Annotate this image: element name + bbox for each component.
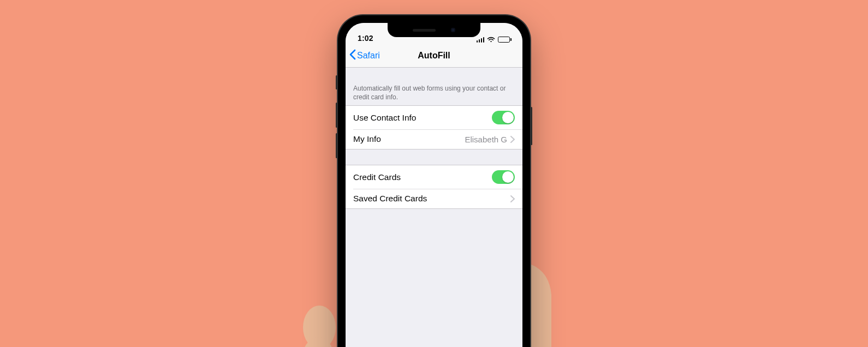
volume-up-button (336, 103, 337, 128)
use-contact-info-label: Use Contact Info (353, 113, 492, 123)
volume-down-button (336, 133, 337, 158)
chevron-left-icon (349, 49, 356, 62)
notch (388, 23, 480, 37)
chevron-right-icon (510, 195, 515, 202)
silent-switch (336, 75, 337, 89)
my-info-row[interactable]: My Info Elisabeth G (346, 129, 522, 149)
navigation-bar: Safari AutoFill (346, 44, 522, 68)
earpiece-speaker (413, 29, 436, 32)
chevron-right-icon (510, 136, 515, 143)
iphone-frame: 1:02 (338, 15, 530, 347)
back-button[interactable]: Safari (349, 44, 380, 67)
wifi-icon (487, 37, 495, 43)
svg-point-0 (303, 306, 336, 347)
power-button (531, 107, 532, 145)
status-time: 1:02 (358, 34, 373, 43)
saved-credit-cards-row[interactable]: Saved Credit Cards (346, 189, 522, 208)
saved-credit-cards-label: Saved Credit Cards (353, 194, 510, 204)
page-title: AutoFill (418, 51, 450, 61)
front-camera (451, 28, 455, 32)
back-label: Safari (357, 51, 380, 61)
group-spacer (346, 149, 522, 165)
use-contact-info-row: Use Contact Info (346, 106, 522, 129)
screen: 1:02 (346, 23, 522, 347)
section-description: Automatically fill out web forms using y… (346, 68, 522, 105)
credit-cards-group: Credit Cards Saved Credit Cards (346, 165, 522, 209)
my-info-label: My Info (353, 134, 465, 144)
contact-info-group: Use Contact Info My Info Elisabeth G (346, 105, 522, 149)
credit-cards-label: Credit Cards (353, 172, 492, 182)
status-icons (477, 37, 512, 43)
cellular-signal-icon (477, 37, 485, 43)
credit-cards-toggle[interactable] (492, 170, 515, 184)
svg-point-1 (302, 337, 335, 347)
my-info-value: Elisabeth G (465, 135, 507, 144)
credit-cards-row: Credit Cards (346, 165, 522, 189)
settings-content: Automatically fill out web forms using y… (346, 68, 522, 209)
use-contact-info-toggle[interactable] (492, 111, 515, 124)
battery-icon (498, 37, 512, 43)
